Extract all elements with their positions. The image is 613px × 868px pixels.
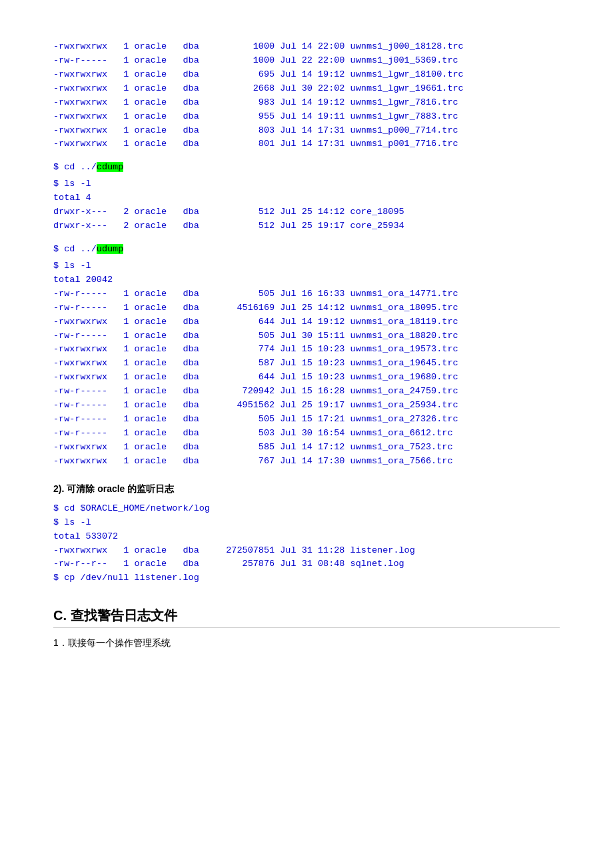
highlight-udump: udump (97, 244, 124, 254)
code-line: -rw-r--r-- 1 oracle dba 257876 Jul 31 08… (53, 557, 560, 571)
code-line: $ cd $ORACLE_HOME/network/log (53, 502, 560, 516)
code-line: -rwxrwxrwx 1 oracle dba 587 Jul 15 10:23… (53, 357, 560, 371)
code-line: $ cp /dev/null listener.log (53, 571, 560, 585)
code-line: $ cd ../cdump (53, 161, 560, 175)
code-line: -rw-r----- 1 oracle dba 503 Jul 30 16:54… (53, 427, 560, 441)
section-2-oracle: oracle (97, 483, 125, 494)
section-2-label: 2). 可清除 oracle 的监听日志 (53, 483, 560, 495)
point-1: 1．联接每一个操作管理系统 (53, 637, 560, 649)
code-line: drwxr-x--- 2 oracle dba 512 Jul 25 19:17… (53, 219, 560, 233)
main-content: -rwxrwxrwx 1 oracle dba 1000 Jul 14 22:0… (53, 40, 560, 649)
highlight-cdump: cdump (97, 162, 124, 172)
code-line: -rw-r----- 1 oracle dba 4951562 Jul 25 1… (53, 399, 560, 413)
section-2-text: 可清除 (64, 483, 97, 494)
code-line: total 533072 (53, 530, 560, 544)
code-line: $ cd ../udump (53, 243, 560, 257)
code-line: -rwxrwxrwx 1 oracle dba 955 Jul 14 19:11… (53, 110, 560, 124)
cdump-listing: $ ls -l total 4 drwxr-x--- 2 oracle dba … (53, 177, 560, 233)
code-line: -rwxrwxrwx 1 oracle dba 695 Jul 14 19:12… (53, 68, 560, 82)
section-2-suffix: 的监听日志 (125, 483, 174, 494)
code-line: -rw-r----- 1 oracle dba 505 Jul 15 17:21… (53, 413, 560, 427)
code-line: -rw-r----- 1 oracle dba 4516169 Jul 25 1… (53, 301, 560, 315)
udump-listing: $ ls -l total 20042 -rw-r----- 1 oracle … (53, 259, 560, 469)
code-line: -rwxrwxrwx 1 oracle dba 2668 Jul 30 22:0… (53, 82, 560, 96)
code-line: -rwxrwxrwx 1 oracle dba 644 Jul 14 19:12… (53, 315, 560, 329)
code-line: -rwxrwxrwx 1 oracle dba 983 Jul 14 19:12… (53, 96, 560, 110)
code-line: $ ls -l (53, 259, 560, 273)
section-c-title: C. 查找警告日志文件 (53, 608, 177, 623)
code-line: -rwxrwxrwx 1 oracle dba 767 Jul 14 17:30… (53, 455, 560, 469)
code-line: -rw-r----- 1 oracle dba 505 Jul 30 15:11… (53, 329, 560, 343)
file-listing-top: -rwxrwxrwx 1 oracle dba 1000 Jul 14 22:0… (53, 40, 560, 151)
code-line: $ ls -l (53, 177, 560, 191)
code-line: $ ls -l (53, 516, 560, 530)
cmd-udump: $ cd ../udump (53, 243, 560, 257)
code-line: -rwxrwxrwx 1 oracle dba 774 Jul 15 10:23… (53, 343, 560, 357)
cmd-cdump: $ cd ../cdump (53, 161, 560, 175)
code-line: -rwxrwxrwx 1 oracle dba 585 Jul 14 17:12… (53, 441, 560, 455)
code-line: -rw-r----- 1 oracle dba 1000 Jul 22 22:0… (53, 54, 560, 68)
code-line: -rw-r----- 1 oracle dba 720942 Jul 15 16… (53, 385, 560, 399)
oracle-home-cmds: $ cd $ORACLE_HOME/network/log $ ls -l to… (53, 502, 560, 586)
section-2-number: 2). (53, 483, 64, 494)
section-c-heading: C. 查找警告日志文件 (53, 607, 560, 628)
code-line: -rwxrwxrwx 1 oracle dba 272507851 Jul 31… (53, 544, 560, 558)
code-line: total 4 (53, 191, 560, 205)
code-line: drwxr-x--- 2 oracle dba 512 Jul 25 14:12… (53, 205, 560, 219)
point-1-text: 1．联接每一个操作管理系统 (53, 637, 171, 648)
code-line: -rwxrwxrwx 1 oracle dba 801 Jul 14 17:31… (53, 137, 560, 151)
code-line: total 20042 (53, 273, 560, 287)
code-line: -rwxrwxrwx 1 oracle dba 1000 Jul 14 22:0… (53, 40, 560, 54)
code-line: -rw-r----- 1 oracle dba 505 Jul 16 16:33… (53, 287, 560, 301)
code-line: -rwxrwxrwx 1 oracle dba 803 Jul 14 17:31… (53, 124, 560, 138)
code-line: -rwxrwxrwx 1 oracle dba 644 Jul 15 10:23… (53, 371, 560, 385)
